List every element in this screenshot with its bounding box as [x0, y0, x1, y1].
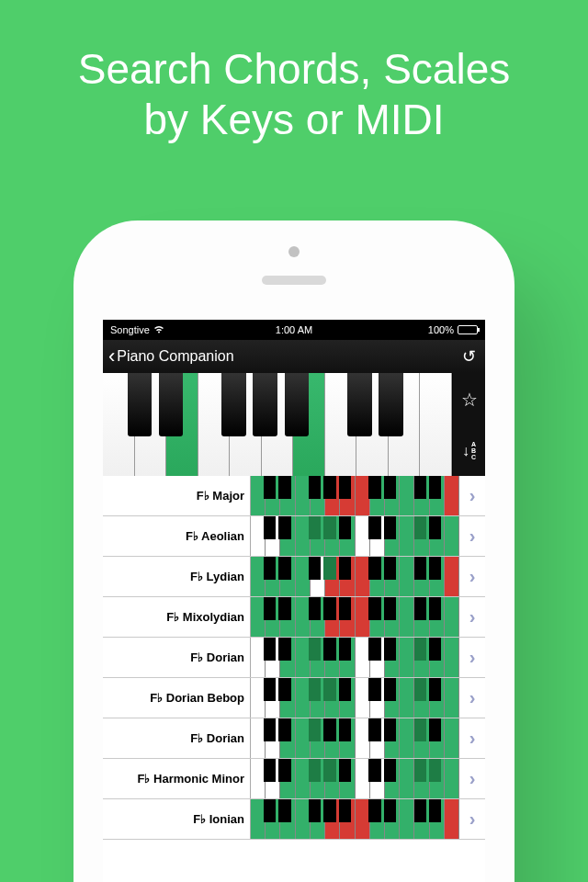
scale-mini-keyboard [250, 718, 459, 758]
mini-black-key [339, 678, 352, 701]
white-key[interactable] [420, 373, 452, 476]
scale-label: F♭ Major [103, 476, 250, 515]
mini-black-key [264, 799, 277, 822]
mini-black-key [384, 678, 397, 701]
phone-screen: Songtive 1:00 AM 100% ‹ Piano Companion … [103, 320, 485, 882]
mini-black-key [414, 638, 427, 661]
promo-line2: by Keys or MIDI [0, 95, 588, 145]
list-item[interactable]: F♭ Aeolian› [103, 516, 485, 557]
mini-white-key [445, 597, 459, 637]
mini-black-key [278, 557, 291, 580]
mini-black-key [278, 516, 291, 539]
scale-mini-keyboard [250, 759, 459, 798]
chevron-right-icon: › [459, 597, 485, 637]
scale-mini-keyboard [250, 476, 459, 515]
mini-white-key [400, 638, 414, 677]
list-item[interactable]: F♭ Harmonic Minor› [103, 759, 485, 799]
mini-black-key [278, 718, 291, 741]
black-key[interactable] [221, 373, 246, 436]
mini-black-key [384, 516, 397, 539]
mini-black-key [368, 678, 381, 701]
mini-black-key [278, 759, 291, 782]
mini-black-key [368, 759, 381, 782]
mini-black-key [368, 597, 381, 620]
mini-black-key [323, 516, 336, 539]
mini-black-key [384, 476, 397, 499]
mini-black-key [323, 476, 336, 499]
mini-black-key [278, 799, 291, 822]
scale-label: F♭ Dorian [103, 718, 250, 758]
mini-black-key [264, 678, 277, 701]
chevron-right-icon: › [459, 516, 485, 556]
mini-black-key [339, 557, 352, 580]
list-item[interactable]: F♭ Major› [103, 476, 485, 516]
mini-white-key [400, 799, 414, 839]
back-label: Piano Companion [117, 348, 233, 365]
mini-black-key [323, 799, 336, 822]
mini-black-key [414, 516, 427, 539]
scale-label: F♭ Ionian [103, 799, 250, 839]
mini-black-key [339, 759, 352, 782]
keyboard-area: ☆ ↓ A B C [103, 373, 485, 476]
black-key[interactable] [253, 373, 277, 436]
results-list: F♭ Major›F♭ Aeolian›F♭ Lydian›F♭ Mixolyd… [103, 476, 485, 840]
scale-label: F♭ Dorian Bebop [103, 678, 250, 718]
mini-black-key [429, 597, 442, 620]
mini-white-key [445, 638, 459, 677]
mini-white-key [445, 759, 459, 798]
sort-button[interactable]: ↓ A B C [462, 441, 476, 460]
mini-black-key [339, 638, 352, 661]
mini-black-key [309, 476, 322, 499]
mini-black-key [278, 597, 291, 620]
mini-black-key [278, 678, 291, 701]
mini-black-key [309, 597, 322, 620]
mini-white-key [445, 678, 459, 718]
mini-white-key [400, 516, 414, 556]
mini-black-key [264, 718, 277, 741]
favorite-button[interactable]: ☆ [461, 389, 478, 411]
chevron-right-icon: › [459, 678, 485, 718]
list-item[interactable]: F♭ Ionian› [103, 799, 485, 840]
mini-black-key [414, 799, 427, 822]
black-key[interactable] [285, 373, 310, 436]
chevron-right-icon: › [459, 557, 485, 596]
black-key[interactable] [128, 373, 153, 436]
mini-black-key [429, 516, 442, 539]
mini-white-key [400, 557, 414, 596]
mini-black-key [384, 597, 397, 620]
piano-keyboard[interactable] [103, 373, 452, 476]
nav-bar: ‹ Piano Companion ↺ [103, 340, 485, 373]
mini-black-key [264, 557, 277, 580]
mini-white-key [400, 718, 414, 758]
mini-black-key [323, 597, 336, 620]
chevron-left-icon: ‹ [108, 346, 115, 367]
list-item[interactable]: F♭ Lydian› [103, 557, 485, 597]
list-item[interactable]: F♭ Dorian› [103, 638, 485, 678]
mini-black-key [323, 678, 336, 701]
list-item[interactable]: F♭ Dorian› [103, 718, 485, 759]
black-key[interactable] [159, 373, 184, 436]
chevron-right-icon: › [459, 718, 485, 758]
black-key[interactable] [347, 373, 372, 436]
mini-black-key [264, 597, 277, 620]
black-key[interactable] [379, 373, 403, 436]
mini-black-key [264, 759, 277, 782]
mini-black-key [339, 799, 352, 822]
mini-black-key [368, 638, 381, 661]
mini-black-key [309, 718, 322, 741]
chevron-right-icon: › [459, 638, 485, 677]
mini-black-key [414, 476, 427, 499]
mini-black-key [323, 718, 336, 741]
mini-white-key [445, 557, 459, 596]
mini-black-key [339, 718, 352, 741]
status-time: 1:00 AM [103, 324, 485, 335]
list-item[interactable]: F♭ Mixolydian› [103, 597, 485, 638]
refresh-button[interactable]: ↺ [462, 346, 476, 367]
back-button[interactable]: ‹ Piano Companion [108, 346, 234, 367]
mini-black-key [368, 476, 381, 499]
mini-black-key [323, 759, 336, 782]
mini-black-key [384, 557, 397, 580]
mini-white-key [445, 718, 459, 758]
list-item[interactable]: F♭ Dorian Bebop› [103, 678, 485, 718]
mini-black-key [368, 557, 381, 580]
